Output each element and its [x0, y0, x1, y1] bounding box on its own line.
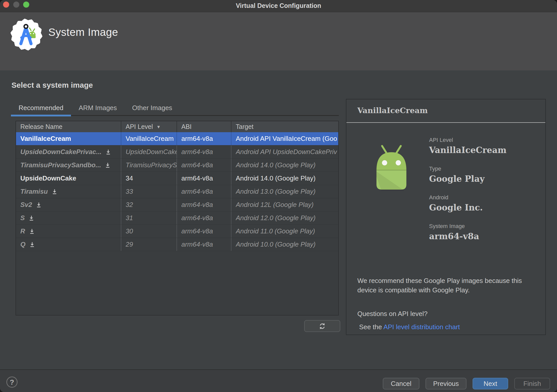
cell-api-level: 29 [121, 238, 177, 251]
download-icon[interactable] [105, 162, 111, 168]
cell-api-level: TiramisuPrivacyS [121, 159, 177, 172]
field-label-api-level: API Level [429, 137, 453, 143]
release-name-text: Sv2 [20, 198, 32, 211]
refresh-icon [318, 322, 326, 330]
table-header: Release NameAPI Level▼ABITarget [16, 121, 338, 132]
cell-release-name: UpsideDownCake [16, 172, 121, 185]
tab-recommended[interactable]: Recommended [11, 101, 71, 116]
column-header-abi[interactable]: ABI [177, 121, 231, 132]
column-header-release-name[interactable]: Release Name [16, 121, 121, 132]
tab-arm-images[interactable]: ARM Images [71, 101, 124, 116]
release-name-text: UpsideDownCakePrivac... [20, 145, 101, 158]
cell-release-name: TiramisuPrivacySandbo... [16, 159, 121, 172]
help-button[interactable]: ? [6, 376, 18, 388]
download-icon[interactable] [36, 202, 42, 208]
cell-abi: arm64-v8a [177, 238, 231, 251]
field-label-type: Type [429, 165, 441, 172]
cell-release-name: VanillaIceCream [16, 132, 121, 145]
table-row-s[interactable]: S31arm64-v8aAndroid 12.0 (Google Play) [16, 212, 338, 225]
title-bar: Virtual Device Configuration [0, 0, 557, 12]
table-row-sv2[interactable]: Sv232arm64-v8aAndroid 12L (Google Play) [16, 198, 338, 212]
android-studio-logo-icon [10, 18, 43, 51]
cell-release-name: Sv2 [16, 198, 121, 211]
see-the-prefix: See the [359, 323, 383, 331]
table-row-r[interactable]: R30arm64-v8aAndroid 11.0 (Google Play) [16, 225, 338, 238]
cell-release-name: S [16, 212, 121, 224]
cell-api-level: 32 [121, 198, 177, 211]
table-row-upsidedowncake[interactable]: UpsideDownCake34arm64-v8aAndroid 14.0 (G… [16, 172, 338, 185]
window-title: Virtual Device Configuration [0, 0, 557, 12]
wizard-buttons: Cancel Previous Next Finish [383, 378, 550, 389]
release-name-text: TiramisuPrivacySandbo... [20, 159, 101, 172]
column-header-label: API Level [126, 123, 153, 130]
cell-target: Android 10.0 (Google Play) [231, 238, 338, 251]
cell-abi: arm64-v8a [177, 198, 231, 211]
cell-release-name: Tiramisu [16, 185, 121, 198]
cell-target: Android 14.0 (Google Play) [231, 159, 338, 172]
download-icon[interactable] [29, 241, 35, 248]
field-value-android: Google Inc. [429, 203, 483, 213]
tab-other-images[interactable]: Other Images [125, 101, 180, 116]
column-header-label: ABI [181, 123, 192, 130]
wizard-header: System Image [0, 12, 557, 70]
cell-api-level: 30 [121, 225, 177, 238]
refresh-button[interactable] [304, 320, 340, 332]
api-question-text: Questions on API level? [357, 310, 428, 318]
cell-target: Android API UpsideDownCakePriv [231, 145, 338, 158]
previous-button[interactable]: Previous [426, 378, 466, 389]
release-name-text: VanillaIceCream [20, 132, 71, 145]
cell-api-level: VanillaIceCream [121, 132, 177, 145]
page-title: System Image [48, 26, 118, 38]
cell-abi: arm64-v8a [177, 132, 231, 145]
cell-abi: arm64-v8a [177, 172, 231, 185]
download-icon[interactable] [28, 215, 35, 221]
download-icon[interactable] [51, 188, 58, 195]
download-icon[interactable] [29, 228, 35, 234]
field-value-api-level: VanillaIceCream [429, 145, 506, 155]
details-divider [346, 122, 545, 123]
cell-release-name: Q [16, 238, 121, 251]
table-row-q[interactable]: Q29arm64-v8aAndroid 10.0 (Google Play) [16, 238, 338, 251]
release-name-text: Q [20, 238, 25, 251]
table-header-row: Release NameAPI Level▼ABITarget [16, 121, 338, 132]
api-level-distribution-chart-link[interactable]: API level distribution chart [383, 323, 460, 331]
release-name-text: UpsideDownCake [20, 172, 76, 185]
sort-desc-icon: ▼ [156, 125, 161, 129]
cell-api-level: 31 [121, 212, 177, 224]
cell-api-level: 33 [121, 185, 177, 198]
table-row-tiramisuprivacysandbo[interactable]: TiramisuPrivacySandbo...TiramisuPrivacyS… [16, 159, 338, 172]
download-icon[interactable] [105, 149, 111, 155]
release-name-text: Tiramisu [20, 185, 48, 198]
footer-bar: ? Cancel Previous Next Finish [0, 369, 557, 392]
finish-button[interactable]: Finish [514, 378, 550, 389]
column-header-label: Release Name [20, 123, 62, 130]
cell-release-name: UpsideDownCakePrivac... [16, 145, 121, 158]
field-value-system-image: arm64-v8a [429, 231, 479, 241]
recommendation-text: We recommend these Google Play images be… [357, 276, 535, 295]
tab-bar: RecommendedARM ImagesOther Images [11, 101, 339, 116]
next-button[interactable]: Next [473, 378, 508, 389]
release-name-text: S [20, 212, 25, 224]
release-name-text: R [20, 225, 25, 238]
cell-abi: arm64-v8a [177, 212, 231, 224]
cell-release-name: R [16, 225, 121, 238]
table-row-upsidedowncakeprivac[interactable]: UpsideDownCakePrivac...UpsideDownCakearm… [16, 145, 338, 159]
virtual-device-configuration-window: Virtual Device Configuration System Imag… [0, 0, 557, 392]
cell-abi: arm64-v8a [177, 159, 231, 172]
cell-abi: arm64-v8a [177, 225, 231, 238]
cell-target: Android 14.0 (Google Play) [231, 172, 338, 185]
table-row-tiramisu[interactable]: Tiramisu33arm64-v8aAndroid 13.0 (Google … [16, 185, 338, 198]
cancel-button[interactable]: Cancel [383, 378, 419, 389]
table-row-vanillaicecream[interactable]: VanillaIceCreamVanillaIceCreamarm64-v8aA… [16, 132, 338, 145]
cell-target: Android 13.0 (Google Play) [231, 185, 338, 198]
cell-target: Android API VanillaIceCream (Goo [231, 132, 338, 145]
column-header-api-level[interactable]: API Level▼ [121, 121, 177, 132]
column-header-label: Target [236, 123, 253, 130]
column-header-target[interactable]: Target [231, 121, 338, 132]
system-image-table: Release NameAPI Level▼ABITarget VanillaI… [16, 121, 339, 315]
cell-target: Android 12L (Google Play) [231, 198, 338, 211]
field-value-type: Google Play [429, 174, 485, 184]
details-title: VanillaIceCream [357, 106, 428, 115]
field-label-system-image: System Image [429, 223, 465, 230]
cell-target: Android 12.0 (Google Play) [231, 212, 338, 224]
